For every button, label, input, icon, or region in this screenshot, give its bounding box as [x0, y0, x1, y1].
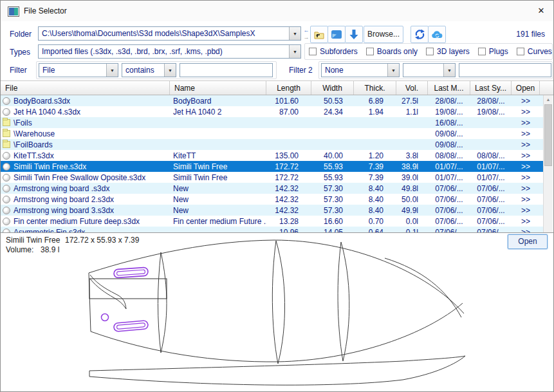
table-cell: 08/08/... — [428, 150, 470, 161]
checkbox-icon[interactable] — [426, 48, 434, 55]
browse-button[interactable]: Browse... — [364, 26, 403, 43]
column-header[interactable]: Open — [512, 81, 540, 95]
table-cell: 07/06/... — [428, 183, 470, 194]
title-bar[interactable]: File Selector ✕ — [1, 1, 553, 21]
column-header[interactable]: Name — [170, 81, 266, 95]
checkbox-icon[interactable] — [478, 48, 486, 55]
checkbox-icon[interactable] — [309, 48, 317, 55]
checkbox-plugs[interactable]: Plugs — [478, 47, 508, 56]
table-cell: 01/07/... — [428, 172, 470, 183]
table-row[interactable]: Jet HA 1040 4.s3dxJet HA 1040 287.0024.3… — [1, 106, 543, 117]
column-header[interactable]: Thick. — [354, 81, 396, 95]
file-name-text: \Warehouse — [14, 129, 55, 138]
table-cell: Simili Twin Free — [170, 161, 266, 172]
cloud-sync-icon — [431, 30, 443, 39]
close-icon[interactable]: ✕ — [535, 5, 548, 17]
table-row[interactable]: \Foils16/08/...>> — [1, 117, 543, 128]
table-cell — [470, 139, 512, 150]
column-header[interactable]: Vol. — [396, 81, 428, 95]
chevron-down-icon[interactable]: ▼ — [289, 45, 300, 58]
table-scrollbar[interactable]: ▲ — [543, 95, 553, 233]
folder-up-button[interactable] — [310, 26, 328, 43]
checkbox-boards-only[interactable]: Boards only — [366, 47, 418, 56]
file-table-header: FileNameLengthWidthThick.Vol.Last M...La… — [1, 81, 553, 95]
table-row[interactable]: \FoilBoards09/08/...>> — [1, 139, 543, 150]
filter2-field-combo[interactable]: None ▼ — [321, 63, 400, 77]
board-file-icon — [3, 163, 10, 171]
table-cell — [266, 139, 311, 150]
column-header[interactable]: File — [1, 81, 170, 95]
file-table-body: BodyBoard.s3dxBodyBoard101.6050.536.8927… — [1, 95, 543, 233]
checkbox-label: Boards only — [377, 47, 418, 56]
table-cell: 09/08/... — [428, 128, 470, 139]
table-cell: 24.34 — [311, 106, 354, 117]
table-row[interactable]: Armstrong wing board 2.s3dxNew142.3257.3… — [1, 194, 543, 205]
refresh-button[interactable] — [411, 26, 429, 43]
chevron-down-icon[interactable]: ▼ — [164, 64, 176, 77]
fin-box-slot-lower — [114, 321, 149, 332]
table-cell: >> — [512, 161, 540, 172]
filter2-op-combo[interactable]: ▼ — [403, 63, 456, 77]
checkbox-curves[interactable]: Curves — [517, 47, 552, 56]
column-header[interactable]: Last Sy... — [470, 81, 512, 95]
table-row[interactable]: Armstrong wing board 3.s3dxNew142.3257.3… — [1, 205, 543, 216]
file-name-text: Fin center medium Future deep.s3dx — [14, 217, 140, 226]
table-row[interactable]: BodyBoard.s3dxBodyBoard101.6050.536.8927… — [1, 95, 543, 106]
filter-field-value: File — [39, 66, 106, 75]
table-cell: 8.40 — [354, 183, 396, 194]
table-cell: 28/08/... — [428, 95, 470, 106]
table-cell: 19/08/... — [428, 106, 470, 117]
checkbox-icon[interactable] — [517, 48, 524, 55]
chevron-down-icon[interactable]: ▼ — [443, 64, 455, 77]
history-nav[interactable]: ← → — [302, 26, 310, 42]
filter-text-input[interactable] — [180, 63, 273, 77]
screen-view-button[interactable] — [328, 26, 346, 43]
chevron-down-icon[interactable]: ▼ — [289, 27, 300, 40]
table-row[interactable]: Armstrong wing board .s3dxNew142.3257.30… — [1, 183, 543, 194]
table-cell — [170, 139, 266, 150]
table-cell: 38.9l — [396, 161, 428, 172]
table-cell: Armstrong wing board 2.s3dx — [1, 194, 170, 205]
table-cell: 01/07/... — [428, 161, 470, 172]
checkbox-icon[interactable] — [366, 48, 374, 55]
folder-path-combo[interactable]: C:\Users\thoma\Documents\S3d models\Shap… — [38, 26, 301, 41]
chevron-down-icon[interactable]: ▼ — [387, 64, 399, 77]
table-cell: 09/08/... — [428, 139, 470, 150]
open-button[interactable]: Open — [508, 234, 548, 249]
forward-arrow-icon[interactable]: → — [304, 34, 309, 41]
scrollbar-thumb[interactable] — [544, 104, 552, 166]
scroll-up-icon[interactable]: ▲ — [544, 95, 553, 104]
column-header[interactable]: Width — [311, 81, 354, 95]
table-row[interactable]: \Warehouse09/08/...>> — [1, 128, 543, 139]
chevron-down-icon[interactable]: ▼ — [106, 64, 118, 77]
table-cell: 01/07/... — [470, 172, 512, 183]
cloud-sync-button[interactable] — [428, 26, 446, 43]
table-row[interactable]: KiteTT.s3dxKiteTT135.0040.001.203.8l08/0… — [1, 150, 543, 161]
table-cell: Armstrong wing board .s3dx — [1, 183, 170, 194]
table-cell — [266, 128, 311, 139]
checkbox-3d-layers[interactable]: 3D layers — [426, 47, 470, 56]
board-nose-inner-curve — [385, 258, 461, 317]
checkbox-subforders[interactable]: Subforders — [309, 47, 358, 56]
preview-dimensions: 172.72 x 55.93 x 7.39 — [65, 236, 139, 245]
types-combo[interactable]: Imported files (.s3dx, .s3d, .brd, .brx,… — [38, 44, 301, 59]
back-arrow-icon[interactable]: ← — [304, 27, 309, 34]
download-button[interactable] — [345, 26, 363, 43]
file-name-text: Simili Twin Free.s3dx — [14, 162, 86, 171]
table-row[interactable]: Fin center medium Future deep.s3dxFin ce… — [1, 216, 543, 227]
filter2-text-input[interactable] — [459, 63, 551, 77]
filter-field-combo[interactable]: File ▼ — [39, 63, 118, 77]
checkbox-label: Plugs — [489, 47, 508, 56]
table-cell: 50.0l — [396, 194, 428, 205]
filter-op-combo[interactable]: contains ▼ — [122, 63, 176, 77]
column-header[interactable]: Last M... — [428, 81, 470, 95]
table-cell: 40.00 — [311, 150, 354, 161]
table-cell — [311, 117, 354, 128]
table-cell: Jet HA 1040 4.s3dx — [1, 106, 170, 117]
table-row[interactable]: Simili Twin Free Swallow Oposite.s3dxSim… — [1, 172, 543, 183]
table-cell: 1.20 — [354, 150, 396, 161]
table-cell: New — [170, 183, 266, 194]
board-file-icon — [3, 97, 10, 105]
table-row[interactable]: Simili Twin Free.s3dxSimili Twin Free172… — [1, 161, 543, 172]
column-header[interactable]: Length — [266, 81, 311, 95]
